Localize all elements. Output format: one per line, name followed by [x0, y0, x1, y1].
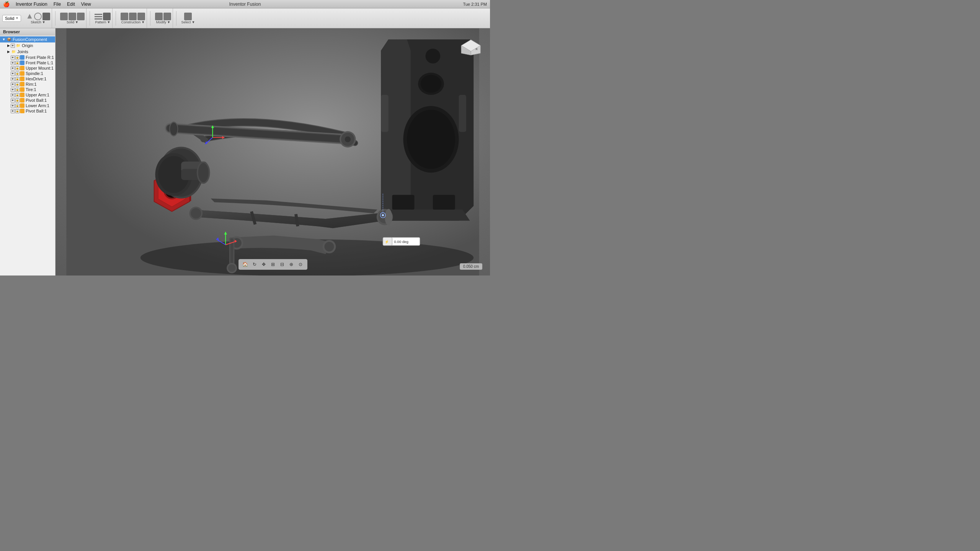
zoom-btn[interactable]: ⊞: [269, 260, 277, 269]
modify-icon-2[interactable]: [163, 13, 171, 20]
tree-item-hexdrive[interactable]: 👁 🔒 HexDrive:1: [0, 76, 55, 82]
tree-item-frontplater[interactable]: 👁 🔒 Front Plate R:1: [0, 55, 55, 60]
orbit-btn[interactable]: ↻: [250, 260, 259, 269]
construction-icon-1[interactable]: [121, 13, 128, 20]
lock-icon-hd[interactable]: 🔒: [15, 77, 20, 81]
vis-icon-ua[interactable]: 👁: [11, 93, 15, 97]
sep-5: [176, 11, 176, 26]
tree-item-joints[interactable]: ▶ 📁 Joints: [0, 49, 55, 55]
vis-icon-fpr[interactable]: 👁: [11, 55, 15, 60]
menu-view[interactable]: View: [78, 0, 94, 8]
view-btn[interactable]: ⊕: [287, 260, 296, 269]
solid-tools-group: Solid ▼: [59, 8, 87, 28]
part-icon-ua: [20, 93, 24, 97]
tree-item-rim[interactable]: 👁 🔒 Rim:1: [0, 82, 55, 87]
extrude-icon[interactable]: [60, 13, 68, 20]
lock-icon-fpl[interactable]: 🔒: [15, 61, 20, 65]
menu-edit[interactable]: Edit: [64, 0, 78, 8]
expand-arrow-joints: ▶: [6, 50, 11, 54]
solid-tools-label: Solid: [67, 20, 74, 24]
tree-item-pivotball2[interactable]: 👁 🔒 Pivot Ball:1: [0, 108, 55, 114]
modify-icon-1[interactable]: [155, 13, 163, 20]
vis-icon-la[interactable]: 👁: [11, 104, 15, 108]
lock-icon-pb2[interactable]: 🔒: [15, 109, 20, 113]
lock-icon-sp[interactable]: 🔒: [15, 72, 20, 76]
pattern-icon-2[interactable]: [103, 13, 111, 20]
sketch-arrow: ▼: [42, 20, 46, 24]
vis-icon-origin[interactable]: 👁: [11, 44, 15, 48]
solid-label: Solid: [5, 16, 14, 21]
vis-icon-um[interactable]: 👁: [11, 66, 15, 70]
vis-icon-pb1[interactable]: 👁: [11, 98, 15, 103]
construction-label-row[interactable]: Construction ▼: [121, 20, 145, 24]
home-view-btn[interactable]: 🏠: [241, 260, 250, 269]
revolve-icon[interactable]: [69, 13, 76, 20]
pattern-icon-1[interactable]: [95, 13, 102, 20]
part-icon-fpl: [20, 60, 24, 65]
sketch-icon-3[interactable]: [42, 13, 50, 20]
sketch-icon-2[interactable]: [34, 13, 42, 20]
lock-icon-ua[interactable]: 🔒: [15, 93, 20, 97]
part-icon-la: [20, 103, 24, 108]
sweep-icon[interactable]: [77, 13, 85, 20]
lock-icon-rim[interactable]: 🔒: [15, 82, 20, 86]
nav-cube[interactable]: R: [459, 36, 482, 59]
lock-icon-la[interactable]: 🔒: [15, 104, 20, 108]
construction-icon-3[interactable]: [137, 13, 145, 20]
select-label-row[interactable]: Select ▼: [181, 20, 195, 24]
pan-btn[interactable]: ✥: [260, 260, 268, 269]
sketch-section: Sketch ▼: [26, 13, 50, 24]
modify-arrow: ▼: [167, 20, 170, 24]
tree-label-hexdrive: HexDrive:1: [26, 77, 46, 81]
vis-icon-hd[interactable]: 👁: [11, 77, 15, 81]
solid-tools-label-row[interactable]: Solid ▼: [67, 20, 78, 24]
sep-1: [55, 11, 56, 26]
browser-header: Browser: [0, 28, 55, 36]
vis-icon-fpl[interactable]: 👁: [11, 61, 15, 65]
sketch-icon-1[interactable]: [26, 13, 33, 20]
part-icon-um: [20, 66, 24, 70]
tree-item-lowerarm[interactable]: 👁 🔒 Lower Arm:1: [0, 103, 55, 108]
display-btn[interactable]: ⊙: [296, 260, 305, 269]
pattern-label-row[interactable]: Pattern ▼: [95, 20, 110, 24]
solid-icons: [60, 13, 85, 20]
menu-inventorfusion[interactable]: Inventor Fusion: [13, 0, 51, 8]
menu-file[interactable]: File: [51, 0, 64, 8]
svg-rect-8: [459, 95, 466, 132]
fit-btn[interactable]: ⊟: [278, 260, 286, 269]
viewport-3d[interactable]: ⚡ 0.00 deg R 🏠 ↻ ✥ ⊞ ⊟ ⊕: [56, 28, 490, 276]
vis-icon-sp[interactable]: 👁: [11, 72, 15, 76]
tree-label-tire: Tire:1: [26, 87, 36, 92]
lock-icon-um[interactable]: 🔒: [15, 66, 20, 70]
tree-item-spindle[interactable]: 👁 🔒 Spindle:1: [0, 71, 55, 76]
sketch-label-row[interactable]: Sketch ▼: [31, 20, 45, 24]
construction-icon-2[interactable]: [129, 13, 137, 20]
tree-label-fusioncomponent: FusionComponent: [13, 37, 47, 42]
tree-item-frontplatel[interactable]: 👁 🔒 Front Plate L:1: [0, 60, 55, 65]
lock-icon-fpr[interactable]: 🔒: [15, 55, 20, 60]
window-title: Inventor Fusion: [229, 2, 261, 7]
tree-item-uppermount[interactable]: 👁 🔒 Upper Mount:1: [0, 65, 55, 71]
modify-label-row[interactable]: Modify ▼: [156, 20, 170, 24]
svg-point-17: [170, 123, 177, 135]
vis-icon-tire[interactable]: 👁: [11, 88, 15, 92]
tree-item-fusioncomponent[interactable]: ▼ 📦 FusionComponent: [0, 36, 55, 42]
svg-point-46: [228, 264, 235, 272]
lock-icon-pb1[interactable]: 🔒: [15, 98, 20, 103]
vis-icon-pb2[interactable]: 👁: [11, 109, 15, 113]
sep-3: [116, 11, 116, 26]
svg-line-33: [296, 214, 298, 226]
svg-text:⚡: ⚡: [385, 240, 389, 244]
menu-bar: 🍎 Inventor Fusion File Edit View Invento…: [0, 0, 490, 8]
tree-item-upperarm[interactable]: 👁 🔒 Upper Arm:1: [0, 92, 55, 98]
tree-item-origin[interactable]: ▶ 👁 📁 Origin: [0, 42, 55, 49]
vis-icon-rim[interactable]: 👁: [11, 82, 15, 86]
select-icon-1[interactable]: [184, 13, 192, 20]
apple-menu[interactable]: 🍎: [3, 1, 10, 7]
lock-icon-tire[interactable]: 🔒: [15, 88, 20, 92]
tree-item-pivotball1[interactable]: 👁 🔒 Pivot Ball:1: [0, 98, 55, 103]
tree-item-tire[interactable]: 👁 🔒 Tire:1: [0, 87, 55, 92]
expand-arrow: ▼: [2, 37, 6, 41]
solid-dropdown[interactable]: Solid ▼: [2, 15, 21, 22]
dim-input-popup[interactable]: ⚡ 0.00 deg: [383, 237, 420, 245]
